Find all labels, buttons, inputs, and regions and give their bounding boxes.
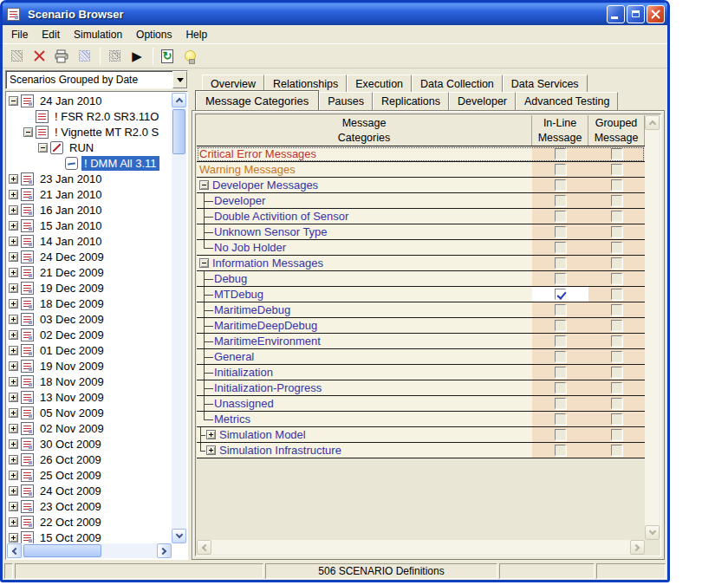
tab-message-categories[interactable]: Message Categories bbox=[195, 90, 319, 110]
inline-message-checkbox[interactable] bbox=[555, 226, 566, 237]
tab-advanced-testing[interactable]: Advanced Testing bbox=[516, 92, 618, 110]
grouped-message-checkbox[interactable] bbox=[611, 429, 622, 440]
scrollbar-thumb[interactable] bbox=[172, 109, 185, 154]
tree-item[interactable]: 03 Dec 2009 bbox=[7, 311, 172, 327]
tree-item[interactable]: 16 Jan 2010 bbox=[7, 202, 172, 218]
tree-item[interactable]: 24 Oct 2009 bbox=[7, 483, 172, 498]
scroll-left-button[interactable] bbox=[197, 540, 211, 555]
scroll-down-button[interactable] bbox=[645, 525, 660, 540]
tree-item[interactable]: 21 Jan 2010 bbox=[7, 186, 172, 202]
play-icon[interactable]: ▶ bbox=[127, 46, 147, 67]
grouped-message-checkbox[interactable] bbox=[611, 304, 622, 315]
menu-item-edit[interactable]: Edit bbox=[35, 27, 67, 42]
tree-item[interactable]: 30 Oct 2009 bbox=[7, 436, 172, 452]
grouped-message-checkbox[interactable] bbox=[611, 367, 622, 378]
tree-item[interactable]: 22 Oct 2009 bbox=[7, 514, 172, 530]
inline-message-checkbox[interactable] bbox=[555, 335, 566, 347]
table-row[interactable]: Information Messages bbox=[197, 256, 645, 271]
tree-expander-plus[interactable] bbox=[9, 377, 18, 387]
grouped-message-checkbox[interactable] bbox=[611, 351, 622, 362]
table-row[interactable]: Initialization-Progress bbox=[197, 380, 645, 396]
grouped-message-checkbox[interactable] bbox=[611, 179, 622, 191]
category-expander-minus[interactable] bbox=[199, 180, 209, 190]
grouped-message-checkbox[interactable] bbox=[611, 320, 622, 331]
tree-item[interactable]: 01 Dec 2009 bbox=[7, 342, 172, 358]
tree-item[interactable]: 18 Nov 2009 bbox=[7, 374, 172, 389]
tab-developer[interactable]: Developer bbox=[449, 92, 516, 110]
scrollbar-thumb[interactable] bbox=[23, 544, 101, 557]
tree-expander-plus[interactable] bbox=[9, 237, 18, 246]
tree-item[interactable]: ! FSR R2.0 SR3.11O bbox=[7, 108, 172, 124]
table-row[interactable]: Double Activition of Sensor bbox=[197, 209, 645, 224]
dotted-record-icon[interactable] bbox=[104, 46, 125, 67]
tab-overview[interactable]: Overview bbox=[202, 75, 264, 92]
tree-item[interactable]: 19 Nov 2009 bbox=[7, 358, 172, 374]
tree-item[interactable]: 24 Jan 2010 bbox=[7, 93, 172, 108]
tree-item[interactable]: 15 Jan 2010 bbox=[7, 218, 172, 233]
menu-item-file[interactable]: File bbox=[4, 27, 35, 42]
grouped-message-checkbox[interactable] bbox=[611, 148, 622, 159]
tree-expander-minus[interactable] bbox=[23, 127, 33, 137]
tree-item[interactable]: 23 Oct 2009 bbox=[7, 498, 172, 514]
inline-message-checkbox[interactable] bbox=[555, 429, 566, 440]
table-row[interactable]: MaritimeDeepDebug bbox=[197, 318, 645, 334]
tab-data-collection[interactable]: Data Collection bbox=[412, 75, 503, 92]
tree-expander-minus[interactable] bbox=[38, 143, 48, 153]
scroll-right-button[interactable] bbox=[157, 543, 172, 558]
menu-item-help[interactable]: Help bbox=[179, 27, 214, 42]
tree-item[interactable]: 02 Dec 2009 bbox=[7, 327, 172, 342]
menu-item-simulation[interactable]: Simulation bbox=[67, 27, 129, 42]
scroll-up-button[interactable] bbox=[645, 115, 660, 130]
menu-item-options[interactable]: Options bbox=[129, 27, 179, 42]
table-row[interactable]: Unknown Sensor Type bbox=[197, 224, 645, 240]
tree-item[interactable]: 15 Oct 2009 bbox=[7, 530, 172, 543]
inline-message-checkbox[interactable] bbox=[555, 320, 566, 331]
inline-message-checkbox[interactable] bbox=[555, 382, 566, 393]
tree-expander-plus[interactable] bbox=[9, 330, 18, 340]
tree-item[interactable]: 18 Dec 2009 bbox=[7, 296, 172, 311]
grouped-message-checkbox[interactable] bbox=[611, 445, 622, 456]
inline-message-checkbox[interactable] bbox=[555, 179, 566, 191]
grouped-message-checkbox[interactable] bbox=[611, 242, 622, 253]
refresh-document-icon[interactable]: ↻ bbox=[157, 46, 178, 67]
tree-expander-plus[interactable] bbox=[9, 205, 18, 215]
tree-expander-plus[interactable] bbox=[9, 393, 18, 402]
tree-expander-plus[interactable] bbox=[9, 174, 18, 184]
tree-item[interactable]: 02 Nov 2009 bbox=[7, 420, 172, 436]
grouped-message-checkbox[interactable] bbox=[611, 164, 622, 175]
inline-message-checkbox[interactable] bbox=[555, 164, 566, 175]
tree-expander-plus[interactable] bbox=[9, 533, 18, 543]
close-button[interactable] bbox=[647, 5, 665, 23]
category-expander-minus[interactable] bbox=[199, 258, 209, 268]
grouped-message-checkbox[interactable] bbox=[611, 273, 622, 284]
printer-icon[interactable] bbox=[51, 46, 72, 67]
inline-message-checkbox[interactable] bbox=[555, 445, 566, 456]
tree-item[interactable]: 19 Dec 2009 bbox=[7, 280, 172, 296]
tree-expander-plus[interactable] bbox=[9, 283, 18, 293]
inline-message-checkbox[interactable] bbox=[555, 148, 566, 159]
table-row[interactable]: No Job Holder bbox=[197, 240, 645, 256]
tree-expander-plus[interactable] bbox=[9, 252, 18, 262]
minimize-button[interactable] bbox=[607, 5, 625, 23]
tree-item[interactable]: 13 Nov 2009 bbox=[7, 389, 172, 405]
lightbulb-icon[interactable] bbox=[179, 46, 200, 67]
inline-message-checkbox[interactable] bbox=[555, 413, 566, 425]
tree-item[interactable]: 23 Jan 2010 bbox=[7, 171, 172, 186]
tree-expander-plus[interactable] bbox=[9, 439, 18, 449]
inline-message-checkbox[interactable] bbox=[555, 351, 566, 362]
tree-item[interactable]: 14 Jan 2010 bbox=[7, 233, 172, 249]
table-row[interactable]: Initialization bbox=[197, 365, 645, 380]
dotted-grid-icon[interactable] bbox=[6, 46, 27, 67]
category-expander-plus[interactable] bbox=[206, 445, 216, 455]
inline-message-checkbox[interactable] bbox=[555, 242, 566, 253]
tree-expander-plus[interactable] bbox=[9, 346, 18, 355]
tree-expander-plus[interactable] bbox=[9, 299, 18, 309]
table-row[interactable]: Unassigned bbox=[197, 396, 645, 412]
tree-expander-plus[interactable] bbox=[9, 268, 18, 277]
grouping-dropdown-button[interactable] bbox=[172, 71, 187, 88]
tab-relationships[interactable]: Relationships bbox=[264, 75, 347, 92]
tree-expander-plus[interactable] bbox=[9, 408, 18, 418]
tab-data-services[interactable]: Data Services bbox=[503, 75, 588, 92]
tab-replications[interactable]: Replications bbox=[373, 92, 449, 110]
tree-item[interactable]: RUN bbox=[7, 140, 172, 155]
